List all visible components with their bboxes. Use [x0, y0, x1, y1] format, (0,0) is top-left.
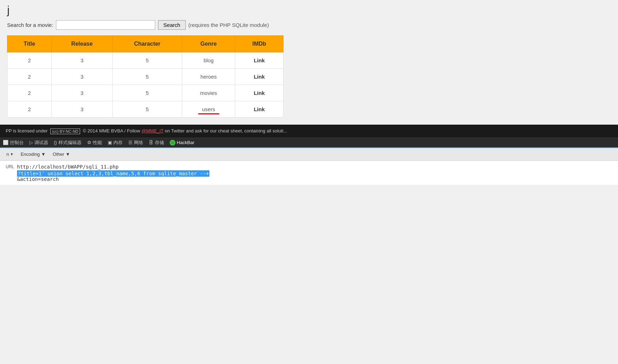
- hackbar-menu-encoding[interactable]: Encoding ▼: [17, 150, 49, 158]
- page-title: j: [7, 4, 611, 17]
- toolbar-network[interactable]: ☰ 网络: [128, 140, 143, 146]
- search-input[interactable]: [56, 20, 155, 30]
- hackbar-panel: n ▼ Encoding ▼ Other ▼ URL http://localh…: [0, 147, 618, 185]
- cell-release: 3: [51, 85, 112, 101]
- col-release: Release: [51, 36, 112, 52]
- col-title: Title: [7, 36, 52, 52]
- cell-release: 3: [51, 69, 112, 85]
- movie-table: Title Release Character Genre IMDb 2 3 5…: [7, 35, 283, 118]
- toolbar-storage[interactable]: 🗄 存储: [149, 140, 164, 146]
- url-line2: ?title=1' union select 1,2,3,tbl_name,5,…: [17, 171, 614, 176]
- col-genre: Genre: [182, 36, 235, 52]
- cell-character: 5: [112, 69, 182, 85]
- url-line1: http://localhost/bWAPP/sqli_11.php: [17, 163, 614, 171]
- cc-badge: (cc) BY-NC-ND: [50, 129, 80, 134]
- table-row: 2 3 5 movies Link: [7, 85, 283, 101]
- cell-genre-users: users: [182, 101, 235, 118]
- table-body: 2 3 5 blog Link 2 3 5 heroes Link 2 3 5 …: [7, 52, 283, 118]
- cell-release: 3: [51, 101, 112, 118]
- cell-character: 5: [112, 85, 182, 101]
- hackbar-menu-other[interactable]: Other ▼: [49, 150, 74, 158]
- toolbar-hackbar[interactable]: HackBar: [170, 140, 195, 146]
- table-header: Title Release Character Genre IMDb: [7, 36, 283, 52]
- cell-title: 2: [7, 52, 52, 69]
- cell-imdb[interactable]: Link: [235, 69, 283, 85]
- hackbar-menu-n[interactable]: n ▼: [3, 150, 17, 158]
- hackbar-menu: n ▼ Encoding ▼ Other ▼: [0, 148, 618, 161]
- cell-genre: blog: [182, 52, 235, 69]
- url-line3: &action=search: [17, 176, 614, 182]
- table-row: 2 3 5 users Link: [7, 101, 283, 118]
- footer-text-after-badge: © 2014 MME BVBA / Follow: [83, 128, 142, 133]
- toolbar-debugger-icon[interactable]: ⬜ 控制台: [3, 140, 24, 146]
- cell-title: 2: [7, 69, 52, 85]
- toolbar-inspector[interactable]: ▷ 调试器: [29, 140, 48, 146]
- footer-text-end: on Twitter and ask for our cheat sheet, …: [165, 128, 287, 133]
- cell-genre: movies: [182, 85, 235, 101]
- hackbar-url-row: URL http://localhost/bWAPP/sqli_11.php ?…: [4, 163, 614, 182]
- toolbar-performance[interactable]: ⚙ 性能: [87, 140, 102, 146]
- main-content: j Search for a movie: Search (requires t…: [0, 0, 618, 125]
- toolbar-memory[interactable]: ▣ 内存: [108, 140, 123, 146]
- red-underline-decoration: [198, 113, 219, 114]
- cell-title: 2: [7, 85, 52, 101]
- search-bar: Search for a movie: Search (requires the…: [7, 20, 611, 30]
- table-row: 2 3 5 blog Link: [7, 52, 283, 69]
- table-row: 2 3 5 heroes Link: [7, 69, 283, 85]
- cell-character: 5: [112, 101, 182, 118]
- cell-imdb[interactable]: Link: [235, 85, 283, 101]
- cell-character: 5: [112, 52, 182, 69]
- hackbar-icon: [170, 140, 175, 146]
- toolbar-style-editor[interactable]: {} 样式编辑器: [54, 140, 82, 146]
- cell-imdb[interactable]: Link: [235, 101, 283, 118]
- search-button[interactable]: Search: [158, 20, 186, 30]
- hackbar-url-content[interactable]: http://localhost/bWAPP/sqli_11.php ?titl…: [17, 163, 614, 182]
- hackbar-url-area: URL http://localhost/bWAPP/sqli_11.php ?…: [0, 161, 618, 185]
- hackbar-label: HackBar: [177, 140, 195, 145]
- dev-toolbar: ⬜ 控制台 ▷ 调试器 {} 样式编辑器 ⚙ 性能 ▣ 内存 ☰ 网络 🗄 存储…: [0, 138, 618, 147]
- cell-genre: heroes: [182, 69, 235, 85]
- cell-title: 2: [7, 101, 52, 118]
- col-imdb: IMDb: [235, 36, 283, 52]
- search-label: Search for a movie:: [7, 22, 53, 28]
- url-label: URL: [4, 163, 14, 169]
- col-character: Character: [112, 36, 182, 52]
- chevron-down-icon: ▼: [10, 152, 13, 156]
- cell-release: 3: [51, 52, 112, 69]
- cell-imdb[interactable]: Link: [235, 52, 283, 69]
- search-note: (requires the PHP SQLite module): [189, 22, 269, 28]
- twitter-link[interactable]: @MME_IT: [141, 128, 163, 133]
- footer-text-before-badge: PP is licensed under: [6, 128, 49, 133]
- footer-bar: PP is licensed under (cc) BY-NC-ND © 201…: [0, 125, 618, 138]
